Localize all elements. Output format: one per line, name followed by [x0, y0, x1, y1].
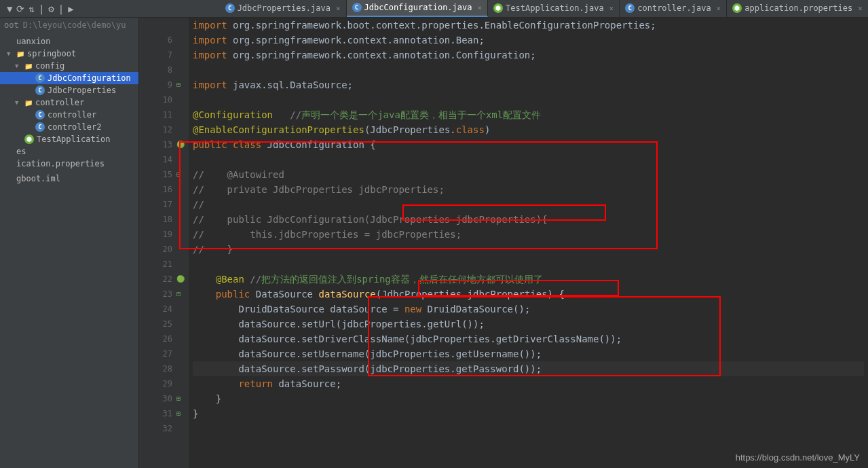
code-content[interactable]: import org.springframework.boot.context.… — [189, 18, 868, 468]
refresh-icon[interactable]: ⟳ — [16, 3, 24, 14]
gutter-mark — [176, 242, 189, 257]
line-number: 29 — [143, 376, 172, 391]
gutter-mark — [176, 122, 189, 137]
code-line[interactable]: // public JdbcConfiguration(JdbcProperti… — [193, 212, 864, 227]
class-icon: C — [625, 3, 635, 13]
class-icon: ⬢ — [732, 3, 742, 13]
tree-label: JdbcProperties — [48, 86, 116, 95]
code-line[interactable]: // @Autowired — [193, 167, 864, 182]
class-icon: ⬢ — [24, 134, 34, 144]
gutter-mark — [176, 48, 189, 62]
code-line[interactable] — [193, 62, 864, 77]
code-line[interactable]: // private JdbcProperties jdbcProperties… — [193, 182, 864, 197]
tree-item[interactable]: ication.properties — [0, 158, 138, 170]
tree-label: controller — [35, 98, 84, 107]
code-line[interactable]: @Configuration //声明一个类是一个java配置类，相当于一个xm… — [193, 107, 864, 122]
tree-label: JdbcConfiguration — [48, 73, 131, 83]
editor-tabs: CJdbcProperties.java×CJdbcConfiguration.… — [220, 0, 868, 18]
project-tree[interactable]: uanxion▼📁springboot▼📁configCJdbcConfigur… — [0, 33, 138, 187]
gutter-marks: ⊟🟢⊟🟢⊟⊞⊞ — [176, 18, 189, 468]
tree-label: controller — [48, 110, 96, 120]
code-line[interactable]: public class JdbcConfiguration { — [193, 137, 864, 152]
editor[interactable]: 6789101112131415161718192021222324252627… — [139, 18, 868, 468]
editor-tab[interactable]: CJdbcProperties.java× — [220, 0, 347, 17]
gutter-mark — [176, 33, 189, 48]
class-icon: C — [35, 122, 45, 132]
path-text: D:\leyou\code\demo\yu — [23, 20, 126, 30]
class-icon: C — [352, 3, 362, 12]
line-number: 14 — [143, 152, 172, 167]
code-line[interactable]: import org.springframework.context.annot… — [193, 33, 864, 48]
gutter-mark: ⊟ — [176, 287, 189, 302]
code-line[interactable]: // } — [193, 242, 864, 257]
tree-item[interactable]: CJdbcConfiguration — [0, 72, 138, 84]
tab-label: controller.java — [637, 3, 711, 13]
code-line[interactable]: @EnableConfigurationProperties(JdbcPrope… — [193, 122, 864, 137]
gutter-mark — [176, 227, 189, 242]
code-line[interactable]: import org.springframework.context.annot… — [193, 48, 864, 62]
code-line[interactable]: dataSource.setDriverClassName(jdbcProper… — [193, 331, 864, 346]
tree-item[interactable]: es — [0, 145, 138, 158]
tree-item[interactable]: ▼📁config — [0, 60, 138, 72]
editor-tab[interactable]: ⬢TestApplication.java× — [488, 0, 620, 17]
line-number: 22 — [143, 272, 172, 287]
line-number: 16 — [143, 182, 172, 197]
gutter-mark — [176, 302, 189, 317]
sync-icon[interactable]: ⇅ — [29, 3, 34, 14]
gear-icon[interactable]: ⚙ — [48, 3, 54, 14]
gutter-mark — [176, 92, 189, 107]
toolbar-icon[interactable]: ▼ — [7, 3, 12, 14]
line-number: 9 — [143, 77, 172, 92]
editor-tab[interactable]: Ccontroller.java× — [620, 0, 727, 17]
code-line[interactable]: dataSource.setUrl(jdbcProperties.getUrl(… — [193, 317, 864, 331]
code-line[interactable]: import org.springframework.boot.context.… — [193, 18, 864, 33]
code-line[interactable] — [193, 152, 864, 167]
tree-label: es — [16, 147, 26, 156]
code-line[interactable]: // this.jdbcProperties = jdbcProperties; — [193, 227, 864, 242]
code-line[interactable]: DruidDataSource dataSource = new DruidDa… — [193, 302, 864, 317]
tree-label: controller2 — [48, 122, 101, 132]
editor-tab[interactable]: ⬢application.properties× — [727, 0, 868, 17]
close-icon[interactable]: × — [609, 4, 614, 13]
gutter-mark — [176, 182, 189, 197]
code-line[interactable]: } — [193, 406, 864, 421]
close-icon[interactable]: × — [477, 3, 482, 12]
code-line[interactable]: @Bean //把方法的返回值注入到spring容器，然后在任何地方都可以使用了 — [193, 272, 864, 287]
code-line[interactable]: public DataSource dataSource(JdbcPropert… — [193, 287, 864, 302]
tab-label: JdbcProperties.java — [238, 3, 331, 13]
code-line[interactable] — [193, 92, 864, 107]
gutter-mark: ⊞ — [176, 391, 189, 406]
close-icon[interactable]: × — [717, 4, 721, 13]
tree-item[interactable]: ▼📁controller — [0, 96, 138, 109]
tree-label: gboot.iml — [16, 174, 60, 183]
tree-label: ication.properties — [16, 159, 105, 168]
code-line[interactable]: } — [193, 391, 864, 406]
code-line[interactable]: dataSource.setUsername(jdbcProperties.ge… — [193, 346, 864, 361]
close-icon[interactable]: × — [336, 4, 341, 13]
code-line[interactable]: return dataSource; — [193, 376, 864, 391]
code-line[interactable] — [193, 257, 864, 272]
editor-tab[interactable]: CJdbcConfiguration.java× — [347, 0, 489, 17]
run-icon[interactable]: ▶ — [68, 3, 73, 14]
code-line[interactable]: import javax.sql.DataSource; — [193, 77, 864, 92]
tree-item[interactable]: Ccontroller — [0, 109, 138, 121]
tree-item[interactable]: ▼📁springboot — [0, 48, 138, 60]
close-icon[interactable]: × — [858, 4, 863, 13]
code-line[interactable]: // — [193, 197, 864, 212]
tree-label: config — [35, 61, 64, 71]
chevron-icon: ▼ — [15, 62, 22, 69]
tab-label: TestApplication.java — [506, 3, 604, 13]
tree-item[interactable]: CJdbcProperties — [0, 84, 138, 96]
folder-icon: 📁 — [24, 62, 33, 70]
code-line[interactable]: dataSource.setPassword(jdbcProperties.ge… — [193, 361, 864, 376]
tree-item[interactable]: Ccontroller2 — [0, 121, 138, 133]
tree-item[interactable]: uanxion — [0, 35, 138, 48]
tree-item[interactable]: gboot.iml — [0, 173, 138, 185]
code-line[interactable] — [193, 421, 864, 436]
line-number: 25 — [143, 317, 172, 331]
gutter-mark — [176, 212, 189, 227]
gutter-mark — [176, 421, 189, 436]
line-number: 17 — [143, 197, 172, 212]
tree-item[interactable]: ⬢TestApplication — [0, 133, 138, 145]
class-icon: C — [35, 73, 45, 83]
